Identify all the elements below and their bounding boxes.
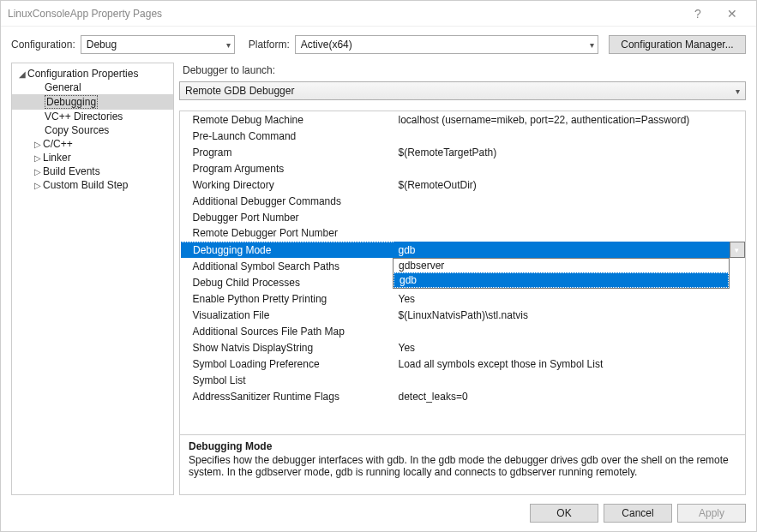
property-key: Remote Debugger Port Number: [181, 225, 394, 242]
property-value[interactable]: $(RemoteTargetPath): [394, 144, 745, 160]
tree-item[interactable]: ▷Linker: [12, 151, 173, 164]
property-row[interactable]: Debugger Port Number: [181, 209, 745, 225]
platform-select[interactable]: Active(x64) ▾: [295, 35, 598, 54]
tree-item[interactable]: ▷C/C++: [12, 137, 173, 151]
chevron-down-icon: ▾: [226, 40, 231, 50]
tree-item[interactable]: VC++ Directories: [12, 110, 173, 123]
dialog-window: LinuxConsoleApp Property Pages ? ✕ Confi…: [0, 0, 757, 532]
property-value[interactable]: Yes: [394, 290, 745, 307]
property-panel: Debugger to launch: Remote GDB Debugger …: [179, 63, 746, 495]
property-row[interactable]: Symbol Loading PreferenceLoad all symbol…: [181, 356, 745, 372]
dropdown-button[interactable]: ▾: [730, 242, 745, 258]
expand-icon[interactable]: ▷: [33, 167, 43, 176]
property-row[interactable]: Working Directory$(RemoteOutDir): [181, 176, 745, 193]
tree-item-label: Linker: [43, 152, 71, 164]
tree-item-label: Copy Sources: [45, 124, 109, 136]
cancel-button[interactable]: Cancel: [604, 504, 672, 523]
launcher-select[interactable]: Remote GDB Debugger ▾: [179, 81, 746, 100]
tree-root[interactable]: ◢ Configuration Properties: [12, 67, 173, 81]
property-row[interactable]: Additional Sources File Path Map: [181, 323, 745, 339]
window-title: LinuxConsoleApp Property Pages: [8, 8, 681, 20]
tree-item[interactable]: General: [12, 81, 173, 94]
dropdown-option[interactable]: gdb: [394, 272, 729, 288]
platform-value: Active(x64): [301, 39, 352, 51]
tree-item-label: VC++ Directories: [45, 111, 123, 123]
title-bar: LinuxConsoleApp Property Pages ? ✕: [1, 1, 756, 27]
tree-item-label: Debugging: [45, 95, 98, 109]
property-value[interactable]: Load all symbols except those in Symbol …: [394, 356, 745, 372]
tree-item[interactable]: Copy Sources: [12, 123, 173, 137]
property-key: Symbol List: [181, 372, 394, 388]
property-value[interactable]: [394, 323, 745, 339]
tree-item-label: Custom Build Step: [43, 179, 128, 191]
property-value[interactable]: [394, 209, 745, 225]
property-value[interactable]: [394, 225, 745, 242]
property-key: Enable Python Pretty Printing: [181, 290, 394, 307]
main-area: ◢ Configuration Properties GeneralDebugg…: [1, 63, 756, 495]
expand-icon[interactable]: ▷: [33, 153, 43, 163]
dropdown-option[interactable]: gdbserver: [394, 259, 729, 272]
property-key: Additional Debugger Commands: [181, 193, 394, 209]
description-title: Debugging Mode: [189, 440, 736, 452]
property-value[interactable]: [394, 128, 745, 144]
property-row[interactable]: Symbol List: [181, 372, 745, 388]
config-tree[interactable]: ◢ Configuration Properties GeneralDebugg…: [11, 63, 174, 495]
property-value[interactable]: gdb▾: [394, 242, 745, 258]
property-row[interactable]: Program$(RemoteTargetPath): [181, 144, 745, 160]
ok-button[interactable]: OK: [530, 504, 598, 523]
dialog-footer: OK Cancel Apply: [1, 495, 756, 531]
property-row[interactable]: Remote Debug Machinelocalhost (username=…: [181, 111, 745, 128]
property-row[interactable]: Enable Python Pretty PrintingYes: [181, 290, 745, 307]
property-key: Show Natvis DisplayString: [181, 339, 394, 356]
property-value[interactable]: localhost (username=mikeb, port=22, auth…: [394, 111, 745, 128]
collapse-icon[interactable]: ◢: [17, 69, 27, 79]
property-key: Program: [181, 144, 394, 160]
property-row[interactable]: Show Natvis DisplayStringYes: [181, 339, 745, 356]
platform-label: Platform:: [249, 39, 290, 51]
property-value[interactable]: $(RemoteOutDir): [394, 176, 745, 193]
property-value[interactable]: [394, 193, 745, 209]
help-icon[interactable]: ?: [681, 7, 715, 21]
chevron-down-icon: ▾: [590, 40, 594, 50]
tree-item-label: C/C++: [43, 138, 73, 150]
chevron-down-icon: ▾: [736, 87, 740, 96]
property-row[interactable]: Program Arguments: [181, 160, 745, 176]
property-row[interactable]: AddressSanitizer Runtime Flagsdetect_lea…: [181, 388, 745, 404]
property-key: Pre-Launch Command: [181, 128, 394, 144]
property-key: Symbol Loading Preference: [181, 356, 394, 372]
property-row[interactable]: Remote Debugger Port Number: [181, 225, 745, 242]
property-key: AddressSanitizer Runtime Flags: [181, 388, 394, 404]
configuration-label: Configuration:: [11, 39, 75, 51]
launcher-value: Remote GDB Debugger: [185, 85, 294, 97]
property-value[interactable]: $(LinuxNatvisPath)\stl.natvis: [394, 307, 745, 323]
property-key: Visualization File: [181, 307, 394, 323]
apply-button: Apply: [677, 504, 746, 523]
expand-icon[interactable]: ▷: [33, 181, 43, 190]
tree-item-label: Build Events: [43, 165, 100, 177]
tree-item[interactable]: Debugging: [12, 94, 173, 110]
property-value[interactable]: Yes: [394, 339, 745, 356]
launcher-label: Debugger to launch:: [179, 63, 746, 81]
property-row[interactable]: Pre-Launch Command: [181, 128, 745, 144]
property-key: Debug Child Processes: [181, 274, 394, 290]
configuration-row: Configuration: Debug ▾ Platform: Active(…: [1, 27, 756, 63]
property-row[interactable]: Additional Debugger Commands: [181, 193, 745, 209]
configuration-select[interactable]: Debug ▾: [81, 35, 235, 54]
dropdown-popup[interactable]: gdbservergdb: [393, 258, 730, 289]
description-pane: Debugging Mode Specifies how the debugge…: [179, 435, 746, 495]
close-icon[interactable]: ✕: [715, 7, 749, 21]
property-grid-wrap: Remote Debug Machinelocalhost (username=…: [179, 111, 746, 435]
configuration-manager-button[interactable]: Configuration Manager...: [609, 35, 746, 54]
property-row[interactable]: Debugging Modegdb▾: [181, 242, 745, 258]
property-value[interactable]: [394, 160, 745, 176]
property-value[interactable]: detect_leaks=0: [394, 388, 745, 404]
property-key: Working Directory: [181, 176, 394, 193]
property-row[interactable]: Visualization File$(LinuxNatvisPath)\stl…: [181, 307, 745, 323]
expand-icon[interactable]: ▷: [33, 140, 43, 149]
tree-item-label: General: [45, 81, 81, 93]
property-key: Remote Debug Machine: [181, 111, 394, 128]
tree-item[interactable]: ▷Custom Build Step: [12, 178, 173, 192]
property-value[interactable]: [394, 372, 745, 388]
tree-item[interactable]: ▷Build Events: [12, 164, 173, 178]
property-key: Debugger Port Number: [181, 209, 394, 225]
